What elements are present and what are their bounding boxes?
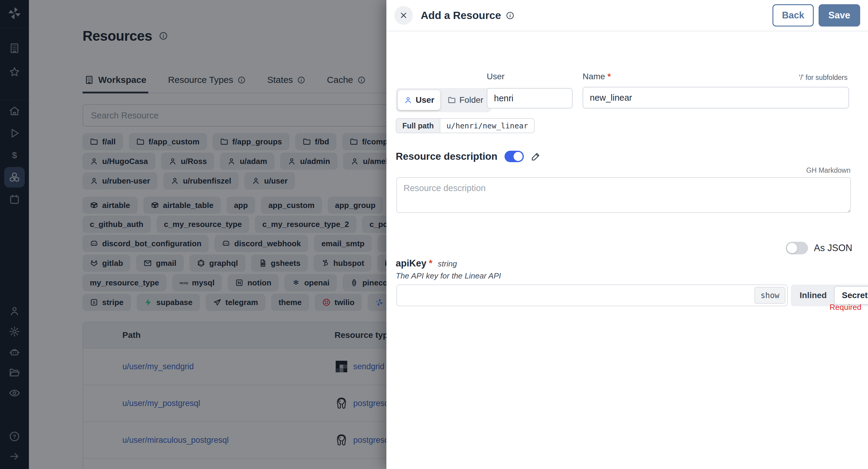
- owner-kind-toggle: User Folder: [396, 88, 492, 112]
- add-resource-drawer: Add a Resource Back Save User Name* '/' …: [386, 0, 868, 469]
- secret-button[interactable]: Secret: [834, 286, 868, 305]
- close-icon: [399, 11, 408, 20]
- owner-kind-folder-button[interactable]: Folder: [441, 90, 489, 110]
- info-icon[interactable]: [506, 11, 515, 20]
- drawer-title: Add a Resource: [421, 9, 501, 22]
- api-key-input[interactable]: [396, 285, 788, 306]
- drawer-header: Add a Resource Back Save: [386, 0, 868, 31]
- show-password-button[interactable]: show: [754, 287, 785, 304]
- folder-icon: [447, 96, 456, 104]
- name-input[interactable]: [583, 87, 849, 108]
- required-note: Required: [830, 303, 861, 312]
- pencil-icon[interactable]: [531, 152, 541, 161]
- as-json-label: As JSON: [814, 243, 852, 253]
- required-asterisk: *: [608, 72, 611, 81]
- full-path-label: Full path: [396, 118, 440, 133]
- user-input[interactable]: [487, 88, 572, 108]
- field-description: The API key for the Linear API: [396, 271, 501, 281]
- full-path-badge: Full path u/henri/new_linear: [396, 118, 535, 133]
- user-field-label: User: [487, 72, 504, 82]
- description-textarea[interactable]: [396, 177, 851, 213]
- owner-kind-user-button[interactable]: User: [398, 90, 440, 110]
- markdown-hint: GH Markdown: [806, 166, 850, 175]
- field-name-heading: apiKey*string: [396, 258, 457, 269]
- save-button[interactable]: Save: [818, 4, 860, 27]
- full-path-value: u/henri/new_linear: [440, 118, 535, 133]
- inlined-button[interactable]: Inlined: [792, 286, 834, 305]
- required-asterisk: *: [429, 258, 433, 269]
- field-type: string: [438, 259, 457, 268]
- as-json-toggle[interactable]: [786, 242, 808, 254]
- subfolder-hint: '/' for subfolders: [799, 73, 847, 82]
- close-button[interactable]: [394, 6, 413, 25]
- name-field-label: Name*: [583, 72, 611, 82]
- person-icon: [404, 96, 412, 104]
- description-toggle[interactable]: [504, 151, 524, 162]
- back-button[interactable]: Back: [772, 4, 813, 27]
- description-heading: Resource description: [396, 151, 497, 162]
